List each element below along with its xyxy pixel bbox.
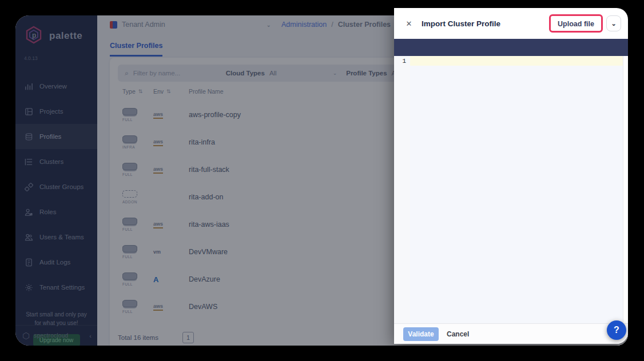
close-icon[interactable]: ✕ xyxy=(403,18,415,29)
editor-scrollbar[interactable] xyxy=(623,56,628,323)
editor-line-number: 1 xyxy=(394,56,410,323)
chevron-down-icon: ⌄ xyxy=(611,20,616,27)
screenshot-canvas: p palette 4.0.13 Overview Projects xyxy=(0,0,644,361)
drawer-header: ✕ Import Cluster Profile Upload file ⌄ xyxy=(394,8,628,39)
question-mark-icon: ? xyxy=(614,325,619,335)
yaml-editor[interactable]: 1 xyxy=(394,56,628,323)
editor-toolbar xyxy=(394,39,628,56)
validate-button[interactable]: Validate xyxy=(403,327,439,341)
editor-active-line xyxy=(410,56,623,66)
editor-code-area[interactable] xyxy=(410,56,628,323)
collapse-drawer-button[interactable]: ⌄ xyxy=(606,15,621,31)
cancel-button[interactable]: Cancel xyxy=(447,330,469,338)
drawer-title: Import Cluster Profile xyxy=(422,19,500,28)
help-button[interactable]: ? xyxy=(607,320,626,340)
upload-file-button[interactable]: Upload file xyxy=(558,20,594,28)
drawer-footer: Validate Cancel xyxy=(394,323,628,344)
import-cluster-profile-drawer: ✕ Import Cluster Profile Upload file ⌄ 1… xyxy=(394,8,628,344)
drawer-header-actions: Upload file ⌄ xyxy=(549,14,621,33)
upload-file-annotation-box: Upload file xyxy=(549,14,603,33)
